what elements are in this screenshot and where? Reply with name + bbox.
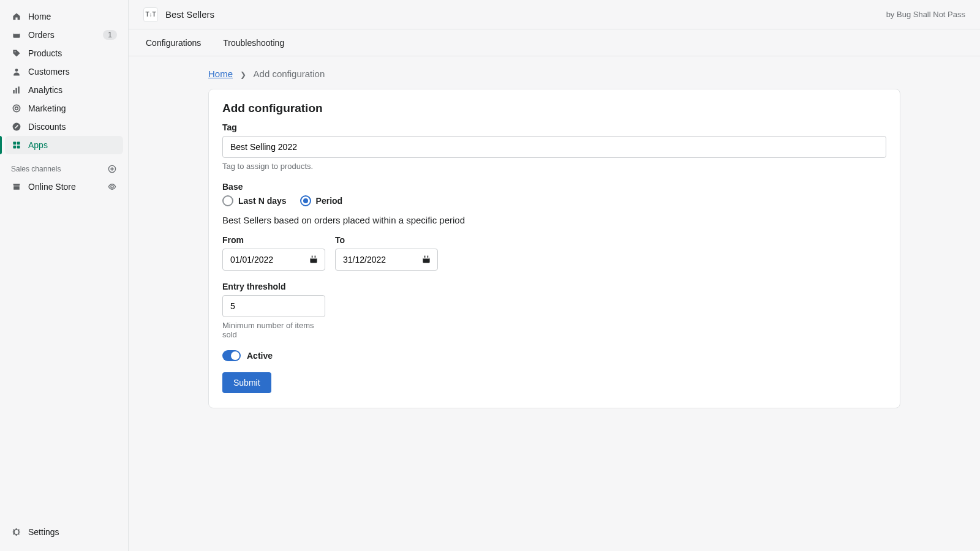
base-description: Best Sellers based on orders placed with… xyxy=(222,215,886,225)
sidebar-item-label: Settings xyxy=(28,527,59,537)
svg-rect-4 xyxy=(13,90,14,94)
products-icon xyxy=(11,48,22,59)
svg-rect-10 xyxy=(13,141,16,144)
to-date-input[interactable] xyxy=(335,249,438,271)
form-card: Add configuration Tag Tag to assign to p… xyxy=(208,89,900,408)
radio-icon xyxy=(222,195,233,206)
analytics-icon xyxy=(11,84,22,96)
threshold-help: Minimum number of items sold xyxy=(222,321,314,339)
breadcrumb-current: Add configuration xyxy=(254,69,325,79)
svg-rect-11 xyxy=(17,141,20,144)
sidebar-item-analytics[interactable]: Analytics xyxy=(5,81,123,99)
sidebar-item-label: Customers xyxy=(28,67,70,77)
home-icon xyxy=(11,11,22,22)
svg-point-7 xyxy=(13,105,20,111)
svg-point-8 xyxy=(15,107,18,110)
breadcrumb-home[interactable]: Home xyxy=(208,69,233,79)
sales-channels-heading: Sales channels xyxy=(0,154,128,178)
active-label: Active xyxy=(247,351,273,361)
app-tabs: Configurations Troubleshooting xyxy=(129,29,980,56)
orders-icon xyxy=(11,29,22,40)
app-author: by Bug Shall Not Pass xyxy=(886,10,965,19)
to-date-field[interactable] xyxy=(336,249,437,270)
from-date-input[interactable] xyxy=(222,249,325,271)
tab-configurations[interactable]: Configurations xyxy=(143,31,203,55)
discounts-icon xyxy=(11,121,22,132)
main: T↓T Best Sellers by Bug Shall Not Pass C… xyxy=(129,0,980,551)
svg-point-15 xyxy=(111,186,113,188)
threshold-input[interactable] xyxy=(222,295,325,317)
sidebar-item-discounts[interactable]: Discounts xyxy=(5,118,123,136)
sidebar-item-label: Marketing xyxy=(28,103,66,113)
sidebar-item-marketing[interactable]: Marketing xyxy=(5,99,123,118)
sidebar-item-online-store[interactable]: Online Store xyxy=(5,178,123,196)
sidebar-item-label: Discounts xyxy=(28,122,66,132)
tag-label: Tag xyxy=(222,122,886,132)
app-header: T↓T Best Sellers by Bug Shall Not Pass xyxy=(129,0,980,29)
tag-help: Tag to assign to products. xyxy=(222,162,886,171)
store-icon xyxy=(11,181,22,192)
breadcrumb: Home ❯ Add configuration xyxy=(208,69,900,89)
tag-input[interactable] xyxy=(222,136,886,158)
add-channel-icon[interactable] xyxy=(107,164,117,174)
settings-icon xyxy=(11,527,22,538)
svg-point-2 xyxy=(15,51,16,53)
app-logo: T↓T xyxy=(143,7,158,22)
nav-list: Home Orders 1 Products Customers Analyti… xyxy=(0,7,128,154)
active-toggle[interactable] xyxy=(222,350,241,361)
radio-icon xyxy=(300,195,311,206)
sidebar-item-label: Online Store xyxy=(28,182,76,192)
sidebar-item-label: Products xyxy=(28,48,62,58)
svg-rect-6 xyxy=(18,86,19,93)
submit-button[interactable]: Submit xyxy=(222,372,271,393)
app-title: Best Sellers xyxy=(165,9,214,20)
sidebar-item-customers[interactable]: Customers xyxy=(5,62,123,81)
sidebar-item-label: Apps xyxy=(28,140,48,150)
form-title: Add configuration xyxy=(222,102,886,115)
svg-rect-5 xyxy=(15,88,17,94)
svg-rect-1 xyxy=(13,32,20,34)
marketing-icon xyxy=(11,103,22,114)
channels-list: Online Store xyxy=(0,178,128,196)
customers-icon xyxy=(11,66,22,77)
radio-last-n-days[interactable]: Last N days xyxy=(222,195,287,206)
sidebar-item-settings[interactable]: Settings xyxy=(5,523,123,541)
radio-label: Last N days xyxy=(238,196,287,206)
sidebar-item-label: Home xyxy=(28,12,51,21)
threshold-label: Entry threshold xyxy=(222,282,886,291)
from-date-field[interactable] xyxy=(223,249,325,270)
base-radio-group: Last N days Period xyxy=(222,195,886,206)
sidebar-item-products[interactable]: Products xyxy=(5,44,123,62)
content: Home ❯ Add configuration Add configurati… xyxy=(208,56,900,408)
section-title-label: Sales channels xyxy=(11,165,61,173)
tab-troubleshooting[interactable]: Troubleshooting xyxy=(221,31,287,55)
apps-icon xyxy=(11,140,22,151)
view-store-icon[interactable] xyxy=(107,182,117,192)
sidebar-item-label: Analytics xyxy=(28,85,62,95)
sidebar-item-home[interactable]: Home xyxy=(5,7,123,26)
svg-point-3 xyxy=(15,69,18,72)
orders-badge: 1 xyxy=(103,30,117,40)
to-label: To xyxy=(335,235,438,245)
sidebar-item-apps[interactable]: Apps xyxy=(5,136,123,154)
base-label: Base xyxy=(222,182,886,192)
sidebar: Home Orders 1 Products Customers Analyti… xyxy=(0,0,129,551)
from-label: From xyxy=(222,235,325,245)
svg-rect-13 xyxy=(17,146,20,149)
radio-label: Period xyxy=(316,196,343,206)
sidebar-item-orders[interactable]: Orders 1 xyxy=(5,26,123,44)
svg-rect-12 xyxy=(13,146,16,149)
chevron-right-icon: ❯ xyxy=(240,70,246,79)
radio-period[interactable]: Period xyxy=(300,195,343,206)
sidebar-item-label: Orders xyxy=(28,30,55,40)
